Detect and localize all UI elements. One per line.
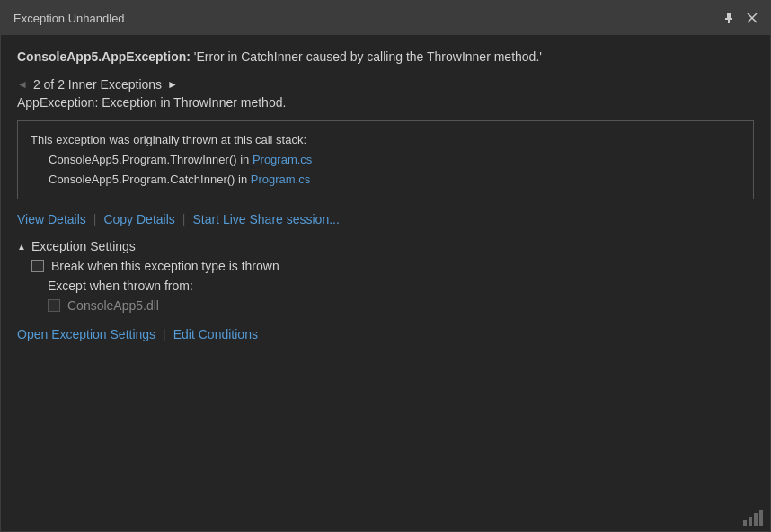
- edit-conditions-link[interactable]: Edit Conditions: [173, 327, 258, 341]
- except-row: Except when thrown from:: [17, 279, 754, 293]
- section-header[interactable]: ▲ Exception Settings: [17, 239, 754, 253]
- inner-exceptions-nav: ◄ 2 of 2 Inner Exceptions ►: [17, 77, 754, 92]
- live-share-link[interactable]: Start Live Share session...: [192, 212, 339, 226]
- call-stack-line-2: ConsoleApp5.Program.CatchInner() in Prog…: [31, 170, 740, 190]
- close-button[interactable]: [743, 9, 761, 27]
- action-links-row: View Details | Copy Details | Start Live…: [17, 212, 754, 226]
- title-bar-actions: [720, 9, 761, 27]
- bar-4: [759, 510, 763, 526]
- svg-rect-0: [727, 13, 731, 19]
- call-stack-box: This exception was originally thrown at …: [17, 120, 754, 200]
- break-checkbox[interactable]: [31, 260, 44, 272]
- break-checkbox-row[interactable]: Break when this exception type is thrown: [17, 259, 754, 273]
- bottom-row: [1, 506, 770, 531]
- bars-icon[interactable]: [743, 510, 763, 526]
- bar-1: [743, 520, 747, 526]
- nav-left-arrow[interactable]: ◄: [17, 78, 28, 91]
- call-stack-line-2-link[interactable]: Program.cs: [251, 173, 310, 186]
- inner-exception-desc: AppException: Exception in ThrowInner me…: [17, 95, 754, 110]
- call-stack-line-1: ConsoleApp5.Program.ThrowInner() in Prog…: [31, 150, 740, 170]
- exception-title-bold: ConsoleApp5.AppException:: [17, 49, 191, 64]
- window-title: Exception Unhandled: [13, 12, 125, 25]
- call-stack-line-2-text: ConsoleApp5.Program.CatchInner() in: [49, 173, 251, 186]
- exception-window: Exception Unhandled ConsoleApp5.AppExcep…: [0, 0, 771, 532]
- disabled-checkbox-row: ConsoleApp5.dll: [17, 298, 754, 313]
- separator-1: |: [93, 212, 97, 226]
- copy-details-link[interactable]: Copy Details: [103, 212, 174, 226]
- bottom-links-row: Open Exception Settings | Edit Condition…: [17, 327, 754, 341]
- exception-title-rest: 'Error in CatchInner caused by calling t…: [191, 49, 542, 64]
- exception-title: ConsoleApp5.AppException: 'Error in Catc…: [17, 48, 754, 66]
- collapse-triangle-icon: ▲: [17, 242, 26, 252]
- disabled-checkbox-label: ConsoleApp5.dll: [67, 298, 159, 313]
- call-stack-line-1-text: ConsoleApp5.Program.ThrowInner() in: [49, 153, 253, 166]
- pin-icon: [722, 12, 735, 24]
- break-checkbox-label: Break when this exception type is thrown: [51, 259, 279, 273]
- section-title: Exception Settings: [31, 239, 136, 253]
- bar-2: [749, 517, 752, 526]
- except-label: Except when thrown from:: [48, 279, 193, 293]
- svg-rect-2: [728, 20, 730, 23]
- separator-2: |: [182, 212, 186, 226]
- call-stack-line-1-link[interactable]: Program.cs: [253, 153, 312, 166]
- open-exception-settings-link[interactable]: Open Exception Settings: [17, 327, 155, 341]
- svg-rect-1: [725, 18, 732, 20]
- separator-3: |: [163, 327, 166, 341]
- view-details-link[interactable]: View Details: [17, 212, 86, 226]
- exception-settings-section: ▲ Exception Settings Break when this exc…: [17, 239, 754, 341]
- title-bar: Exception Unhandled: [1, 1, 770, 35]
- close-icon: [747, 13, 758, 23]
- main-content: ConsoleApp5.AppException: 'Error in Catc…: [1, 35, 770, 506]
- nav-right-arrow[interactable]: ►: [167, 78, 178, 91]
- disabled-checkbox: [48, 299, 60, 312]
- call-stack-intro: This exception was originally thrown at …: [31, 133, 306, 146]
- inner-exceptions-label: 2 of 2 Inner Exceptions: [33, 77, 162, 92]
- pin-button[interactable]: [720, 9, 738, 27]
- bar-3: [754, 513, 758, 526]
